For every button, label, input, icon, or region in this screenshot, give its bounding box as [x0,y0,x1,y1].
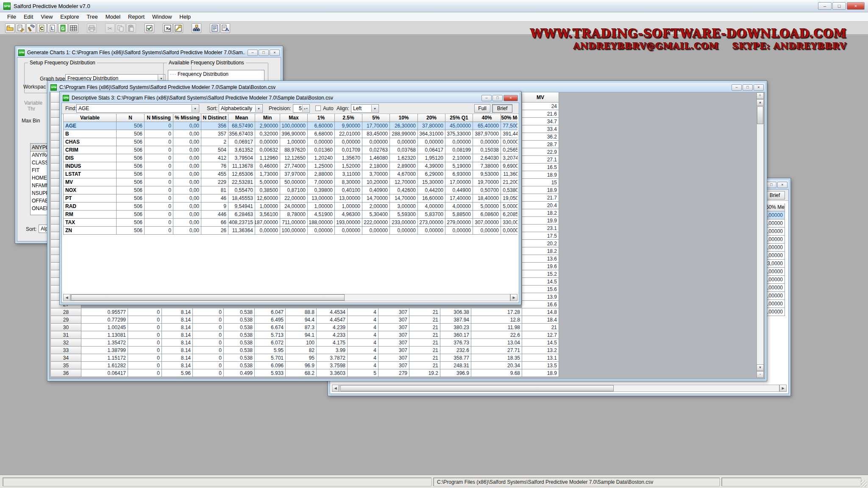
stats-col-header[interactable]: 50% Me [501,114,517,122]
row-number-cell[interactable]: 31 [51,331,81,339]
find-combo[interactable]: AGE ▼ [76,104,199,113]
close-icon[interactable]: × [847,2,865,10]
data-cell[interactable]: 8.14 [162,316,193,324]
data-cell[interactable]: 21 [409,316,440,324]
score-check-icon[interactable] [145,23,154,33]
data-vscrollbar[interactable] [757,92,764,378]
data-cell-mv[interactable]: 14.8 [522,308,559,316]
c-document-icon[interactable]: C [37,23,47,33]
data-cell[interactable]: 4.233 [317,331,348,339]
data-cell[interactable]: 5.95 [255,347,286,354]
scroll-right-icon[interactable]: ▶ [779,385,787,392]
menu-explore[interactable]: Explore [56,13,83,21]
restore-icon[interactable]: □ [766,182,776,188]
data-cell-mv[interactable]: 15.2 [522,270,559,278]
data-cell[interactable]: 0.95577 [81,308,128,316]
data-cell[interactable]: 4 [348,324,378,331]
l-document-icon[interactable]: L [47,23,57,33]
data-cell[interactable]: 0.538 [224,339,255,347]
row-number-cell[interactable]: 35 [51,362,81,369]
data-cell-mv[interactable]: 19.9 [522,217,559,225]
scroll-left-icon[interactable]: ◀ [332,385,339,392]
stats-col-header[interactable]: % Missing [173,114,201,122]
data-cell[interactable]: 387.94 [440,316,471,324]
data-cell-mv[interactable]: 14.5 [522,339,559,347]
data-cell[interactable]: 21 [409,362,440,369]
data-cell[interactable]: 88.8 [286,308,317,316]
data-cell[interactable]: 0.538 [224,331,255,339]
data-cell[interactable]: 8.14 [162,308,193,316]
data-cell[interactable]: 4.239 [317,324,348,331]
translate-model-icon[interactable] [220,23,230,33]
close-icon[interactable]: × [754,84,764,91]
data-cell-mv[interactable]: 23.1 [522,225,559,232]
data-cell[interactable]: 0 [193,308,224,316]
data-cell[interactable]: 0 [128,308,162,316]
data-cell[interactable]: 20.34 [471,362,522,369]
data-cell[interactable]: 4.4534 [317,308,348,316]
data-cell-mv[interactable]: 12.7 [522,331,559,339]
data-cell[interactable]: 21 [409,354,440,362]
data-cell[interactable]: 5.701 [255,354,286,362]
scroll-left-icon[interactable]: ◀ [63,294,70,301]
data-cell[interactable]: 3.7598 [317,362,348,369]
data-cell[interactable]: 21 [409,324,440,331]
data-cell[interactable]: 4 [348,308,378,316]
minimize-icon[interactable]: – [248,50,258,56]
data-cell[interactable]: 0 [128,316,162,324]
data-cell[interactable]: 3.3603 [317,369,348,377]
precision-spinner[interactable]: 5 ▲▼ [293,104,310,113]
stats-col-header[interactable]: Variable [63,114,117,122]
data-cell[interactable]: 6.495 [255,316,286,324]
data-cell[interactable]: 0.538 [224,308,255,316]
data-cell[interactable]: 17.28 [471,308,522,316]
boston-data-titlebar[interactable]: SPM C:\Program Files (x86)\Salford Syste… [49,83,765,92]
data-cell[interactable]: 0 [128,369,162,377]
menu-help[interactable]: Help [175,13,195,21]
row-number-cell[interactable]: 28 [51,308,81,316]
data-cell-mv[interactable]: 18.2 [522,209,559,217]
data-cell[interactable]: 307 [378,347,409,354]
data-cell-mv[interactable]: 21.7 [522,194,559,202]
data-cell[interactable]: 0 [128,347,162,354]
data-cell[interactable]: 0 [128,331,162,339]
data-cell[interactable]: 1.13081 [81,331,128,339]
data-cell[interactable]: 11.98 [471,324,522,331]
data-cell[interactable]: 4 [348,339,378,347]
data-cell-mv[interactable]: 13.5 [522,362,559,369]
data-cell-mv[interactable]: 14.5 [522,278,559,286]
data-cell[interactable]: 27.71 [471,347,522,354]
close-icon[interactable]: × [504,95,518,101]
data-cell[interactable]: 307 [378,362,409,369]
data-cell[interactable]: 21 [409,331,440,339]
data-cell[interactable]: 9.68 [471,369,522,377]
data-cell[interactable]: 5 [348,369,378,377]
data-cell[interactable]: 4 [348,331,378,339]
data-cell[interactable]: 248.31 [440,362,471,369]
data-cell-mv[interactable]: 13.2 [522,347,559,354]
row-number-cell[interactable]: 29 [51,316,81,324]
close-icon[interactable]: × [270,50,280,56]
generate-charts-titlebar[interactable]: SPM Generate Charts 1: C:\Program Files … [17,48,281,57]
data-cell[interactable]: 0 [193,362,224,369]
row-number-cell[interactable]: 36 [51,369,81,377]
tree-network-icon[interactable] [192,23,201,33]
data-cell[interactable]: 6.096 [255,362,286,369]
chevron-down-icon[interactable]: ▼ [255,105,262,112]
stats-col-header[interactable]: Min [255,114,280,122]
data-cell[interactable]: 5.96 [162,369,193,377]
data-cell[interactable]: 21 [409,308,440,316]
data-cell[interactable]: 4.175 [317,339,348,347]
brief-button[interactable]: Brief [765,191,785,200]
data-cell[interactable]: 232.6 [440,347,471,354]
data-cell[interactable]: 96.9 [286,362,317,369]
column-header-mv[interactable]: MV [522,92,559,103]
hammer-tool-icon[interactable] [26,23,36,33]
data-cell[interactable]: 4 [348,354,378,362]
data-cell[interactable]: 0.538 [224,324,255,331]
data-cell[interactable]: 94.4 [286,316,317,324]
data-cell[interactable]: 0 [128,324,162,331]
scroll-right-icon[interactable]: ▶ [510,294,517,301]
brief-button[interactable]: Brief [492,104,512,113]
open-file-icon[interactable] [5,23,15,33]
